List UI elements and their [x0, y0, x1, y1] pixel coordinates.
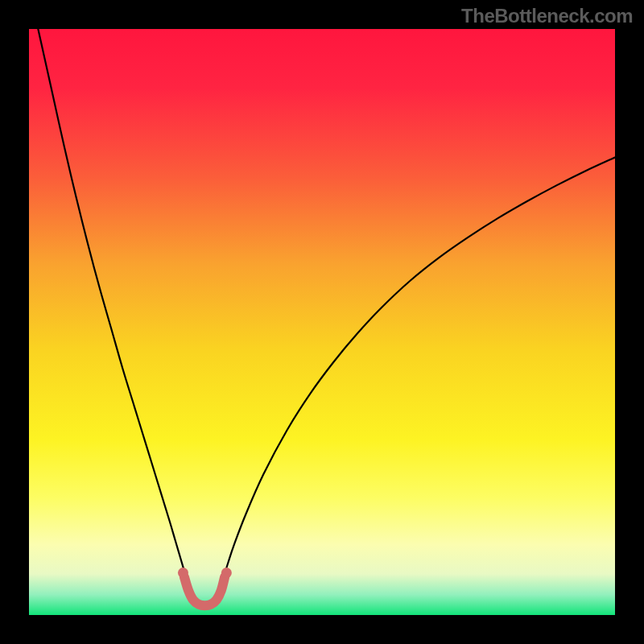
- arc-endpoint-dot: [178, 568, 188, 578]
- watermark-text: TheBottleneck.com: [461, 5, 633, 27]
- chart-frame: TheBottleneck.com: [0, 0, 644, 644]
- chart-plot: [29, 29, 615, 615]
- gradient-background: [29, 29, 615, 615]
- arc-endpoint-dot: [221, 568, 232, 578]
